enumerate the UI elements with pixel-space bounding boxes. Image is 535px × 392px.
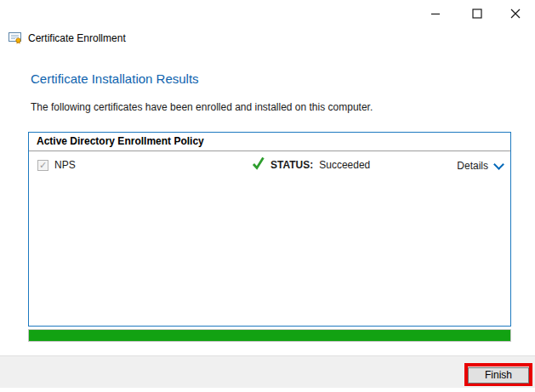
status-value: Succeeded [319, 159, 370, 171]
maximize-icon [472, 9, 482, 19]
footer [0, 355, 535, 388]
certificate-row: ✓ NPS STATUS: Succeeded Details [29, 151, 510, 180]
certificate-name-group: ✓ NPS [37, 159, 76, 171]
certificate-name-label: NPS [54, 159, 76, 171]
finish-button[interactable]: Finish [468, 367, 529, 383]
enrollment-policy-panel: Active Directory Enrollment Policy ✓ NPS… [28, 132, 511, 327]
panel-title: Active Directory Enrollment Policy [29, 133, 510, 151]
minimize-button[interactable] [424, 4, 447, 23]
close-button[interactable] [504, 4, 526, 23]
details-toggle[interactable]: Details [457, 160, 503, 172]
nps-checkbox: ✓ [37, 160, 48, 171]
finish-highlight-annotation: Finish [464, 363, 532, 386]
app-title: Certificate Enrollment [28, 32, 126, 44]
chevron-down-icon [493, 159, 504, 170]
maximize-button[interactable] [466, 4, 488, 23]
success-check-icon [252, 156, 265, 173]
progress-bar-fill [29, 330, 510, 341]
page-description: The following certificates have been enr… [31, 101, 373, 113]
status-label: STATUS: [270, 159, 313, 171]
close-icon [510, 9, 521, 19]
checkbox-check-icon: ✓ [39, 161, 47, 170]
minimize-icon [430, 9, 441, 19]
details-label: Details [457, 160, 488, 172]
page-title: Certificate Installation Results [31, 71, 199, 86]
status-group: STATUS: Succeeded [252, 156, 370, 173]
certificate-icon [9, 31, 22, 47]
app-header: Certificate Enrollment [9, 31, 126, 46]
progress-bar [28, 329, 511, 342]
